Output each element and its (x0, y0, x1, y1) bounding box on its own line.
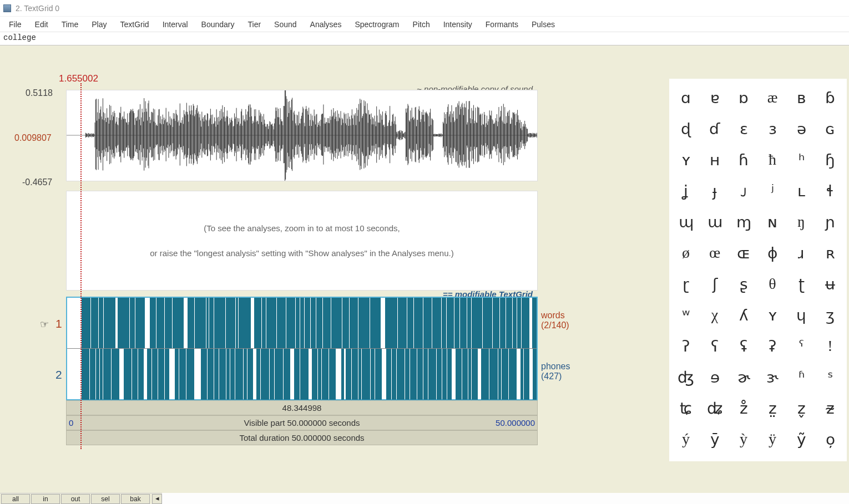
ipa-char[interactable]: o̦ (816, 424, 845, 455)
cursor-line[interactable] (80, 83, 82, 449)
menu-textgrid[interactable]: TextGrid (114, 18, 156, 31)
menu-play[interactable]: Play (85, 18, 113, 31)
interval-bar[interactable] (358, 349, 361, 400)
interval-bar[interactable] (226, 298, 235, 348)
interval-bar[interactable] (323, 298, 331, 348)
menu-file[interactable]: File (2, 18, 28, 31)
zoom-bak-button[interactable]: bak (121, 494, 150, 504)
zoom-out-button[interactable]: out (61, 494, 90, 504)
menu-time[interactable]: Time (55, 18, 85, 31)
interval-bar[interactable] (96, 349, 99, 400)
ipa-char[interactable]: ỳ (729, 424, 758, 455)
interval-bar[interactable] (147, 349, 151, 400)
interval-bar[interactable] (410, 349, 417, 400)
interval-bar[interactable] (509, 349, 517, 400)
tier-2-phones[interactable] (67, 349, 537, 400)
interval-bar[interactable] (398, 298, 407, 348)
interval-bar[interactable] (489, 349, 498, 400)
ipa-char[interactable]: ɴ (758, 206, 787, 237)
ipa-char[interactable]: ʎ (729, 299, 758, 330)
interval-bar[interactable] (442, 349, 447, 400)
interval-bar[interactable] (481, 349, 489, 400)
ipa-char[interactable]: ɥ (787, 299, 816, 330)
interval-bar[interactable] (188, 298, 194, 348)
ipa-char[interactable]: ʒ (816, 299, 845, 330)
interval-bar[interactable] (254, 298, 261, 348)
ipa-char[interactable]: ʨ (671, 393, 700, 424)
interval-bar[interactable] (520, 349, 523, 400)
ipa-char[interactable]: ʈ (787, 268, 816, 299)
ipa-char[interactable]: ɱ (729, 206, 758, 237)
ipa-char[interactable]: ɯ (700, 206, 729, 237)
interval-bar[interactable] (82, 298, 90, 348)
interval-bar[interactable] (135, 298, 145, 348)
ipa-char[interactable]: ÿ (758, 424, 787, 455)
interval-bar[interactable] (305, 298, 310, 348)
interval-bar[interactable] (195, 298, 206, 348)
interval-bar[interactable] (261, 349, 269, 400)
ipa-char[interactable]: ˢ (816, 362, 845, 393)
interval-bar[interactable] (209, 298, 214, 348)
ipa-char[interactable]: ʷ (671, 299, 700, 330)
ipa-char[interactable]: œ (700, 237, 729, 268)
interval-bar[interactable] (397, 349, 405, 400)
interval-bar[interactable] (447, 298, 454, 348)
zoom-all-button[interactable]: all (1, 494, 30, 504)
interval-bar[interactable] (493, 298, 499, 348)
ipa-char[interactable]: ɖ (671, 113, 700, 144)
zoom-in-button[interactable]: in (31, 494, 60, 504)
ipa-char[interactable]: z̴ (816, 393, 845, 424)
menu-boundary[interactable]: Boundary (195, 18, 241, 31)
interval-bar[interactable] (296, 298, 300, 348)
interval-bar[interactable] (522, 298, 529, 348)
interval-bar[interactable] (130, 298, 135, 348)
interval-bar[interactable] (318, 349, 321, 400)
ipa-char[interactable]: ɑ (671, 82, 700, 113)
interval-bar[interactable] (138, 349, 144, 400)
interval-bar[interactable] (472, 298, 482, 348)
ipa-char[interactable]: ý (671, 424, 700, 455)
interval-bar[interactable] (329, 349, 336, 400)
interval-bar[interactable] (358, 298, 370, 348)
interval-bar[interactable] (502, 349, 509, 400)
interval-bar[interactable] (506, 298, 512, 348)
tier-1-words[interactable] (67, 298, 537, 349)
ipa-char[interactable]: ɧ (816, 144, 845, 175)
interval-bar[interactable] (468, 349, 471, 400)
interval-bar[interactable] (472, 349, 478, 400)
interval-bar[interactable] (483, 298, 492, 348)
interval-bar[interactable] (90, 349, 95, 400)
analysis-panel[interactable]: (To see the analyses, zoom in to at most… (66, 191, 538, 291)
interval-bar[interactable] (277, 298, 286, 348)
interval-bar[interactable] (385, 298, 397, 348)
interval-bar[interactable] (442, 298, 446, 348)
ipa-char[interactable]: ʡ (758, 330, 787, 362)
ipa-char[interactable]: ʔ (671, 330, 700, 362)
ipa-char[interactable]: ʉ (816, 268, 845, 299)
selection-duration-bar[interactable]: 48.344998 (66, 400, 538, 415)
interval-bar[interactable] (100, 349, 103, 400)
interval-bar[interactable] (186, 349, 194, 400)
interval-bar[interactable] (498, 349, 501, 400)
interval-bar[interactable] (206, 298, 209, 348)
interval-bar[interactable] (454, 298, 459, 348)
interval-bar[interactable] (118, 298, 129, 348)
interval-bar[interactable] (99, 298, 103, 348)
ipa-char[interactable]: ʥ (700, 393, 729, 424)
menu-pulses[interactable]: Pulses (525, 18, 562, 31)
interval-bar[interactable] (286, 298, 295, 348)
interval-bar[interactable] (370, 298, 381, 348)
ipa-char[interactable]: z̊ (729, 393, 758, 424)
interval-bar[interactable] (284, 349, 290, 400)
interval-bar[interactable] (244, 349, 246, 400)
interval-bar[interactable] (414, 298, 423, 348)
ipa-char[interactable]: ʂ (729, 268, 758, 299)
interval-bar[interactable] (500, 298, 506, 348)
interval-bar[interactable] (533, 349, 537, 400)
interval-bar[interactable] (456, 349, 462, 400)
interval-bar[interactable] (392, 349, 397, 400)
ipa-char[interactable]: ɐ (700, 82, 729, 113)
ipa-char[interactable]: ɝ (758, 362, 787, 393)
interval-bar[interactable] (407, 298, 413, 348)
ipa-char[interactable]: ɲ (816, 206, 845, 237)
